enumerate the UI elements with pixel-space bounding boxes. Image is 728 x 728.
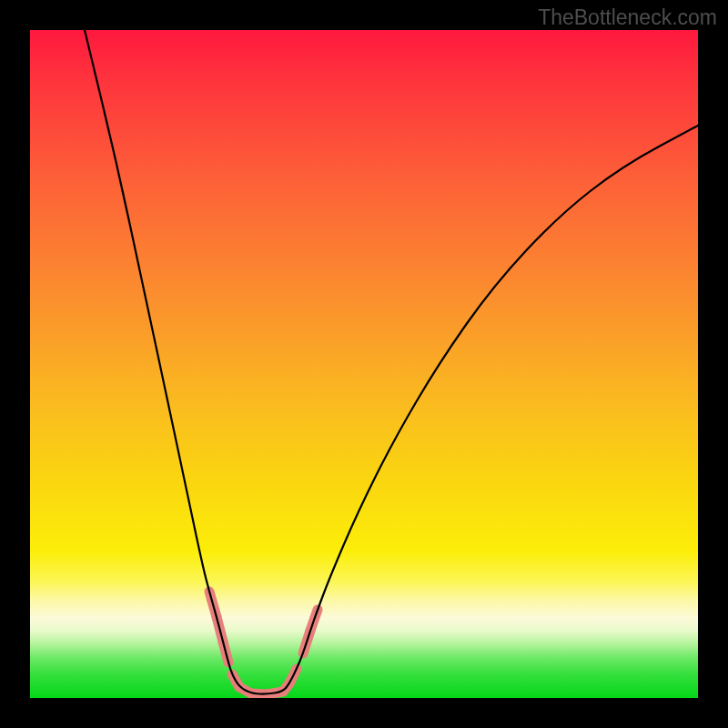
plot-area bbox=[30, 30, 698, 698]
bottleneck-curve bbox=[85, 30, 698, 694]
curve-svg bbox=[30, 30, 698, 698]
marker-group bbox=[209, 592, 318, 694]
chart-frame: TheBottleneck.com bbox=[0, 0, 728, 728]
watermark-text: TheBottleneck.com bbox=[538, 5, 717, 30]
